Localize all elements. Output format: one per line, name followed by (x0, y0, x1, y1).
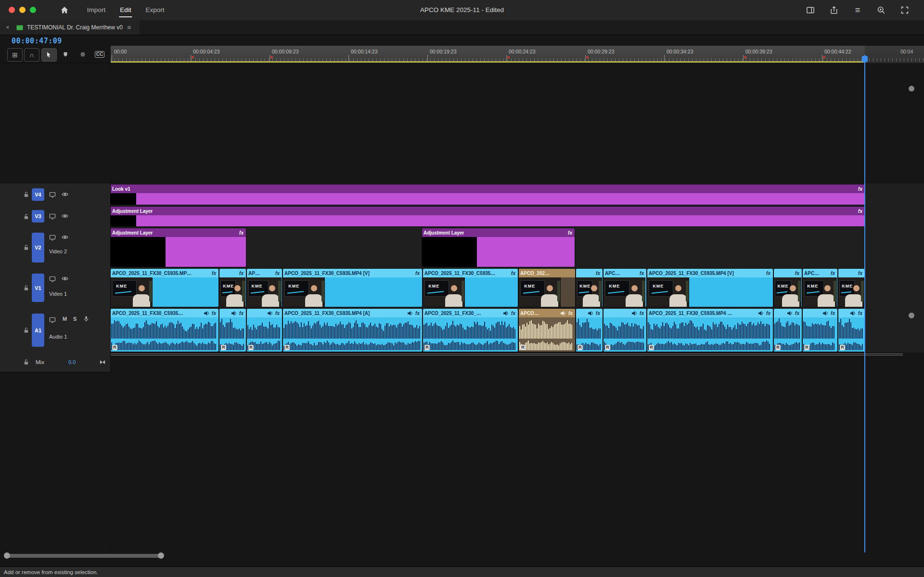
track-target-v3[interactable]: V3 (32, 210, 44, 223)
fx-badge[interactable]: fx (275, 311, 280, 316)
toggle-track-output-icon[interactable] (62, 213, 68, 220)
timeline-clip-adjustment-layer[interactable]: Adjustment Layerfx (111, 228, 246, 267)
track-target-v4[interactable]: V4 (32, 188, 44, 201)
fx-badge[interactable]: fx (568, 230, 573, 236)
fx-badge[interactable]: fx (511, 271, 516, 276)
mix-volume-value[interactable]: 0.0 (68, 353, 76, 372)
timeline-clip-adjustment-layer[interactable]: Adjustment Layerfx (111, 207, 865, 226)
source-monitor-icon[interactable] (49, 234, 56, 241)
sequence-marker[interactable] (270, 56, 273, 58)
workspace-panel-icon[interactable] (805, 5, 816, 15)
track-target-a1[interactable]: A1 (32, 314, 44, 347)
fx-badge[interactable]: fx (831, 311, 835, 316)
timeline-clip-adjustment-layer[interactable]: Adjustment Layerfx (422, 228, 575, 267)
window-close-button[interactable] (9, 7, 15, 13)
timeline-clip-adjustment-layer[interactable]: Look v1fx (111, 184, 865, 205)
fx-badge[interactable]: fx (858, 209, 863, 214)
fx-badge[interactable]: fx (239, 230, 244, 236)
close-icon[interactable]: × (6, 20, 10, 35)
fx-badge[interactable]: fx (858, 311, 862, 316)
sequence-marker[interactable] (192, 56, 194, 58)
fx-badge[interactable]: fx (511, 311, 515, 316)
lock-icon[interactable] (23, 244, 29, 251)
sequence-marker[interactable] (744, 56, 746, 58)
timeline-clip-audio[interactable]: APCO_2025_11_FX30_C5935…fxR (111, 309, 218, 352)
captions-button[interactable]: CC (92, 48, 107, 61)
timeline-clip-audio[interactable]: fxR (838, 309, 865, 352)
fx-badge[interactable]: fx (831, 271, 836, 276)
source-monitor-icon[interactable] (49, 213, 56, 220)
timeline-clip-audio[interactable]: fxR (774, 309, 802, 352)
sequence-tab[interactable]: × TESTIMONIAL Dr. Craig Merrihew v0 ≡ (0, 20, 140, 35)
timeline-clip-video[interactable]: APCO_2025_11_FX30_C5935…fxKME (423, 269, 518, 307)
timeline-clip-audio[interactable]: fxR (603, 309, 646, 352)
fx-badge[interactable]: fx (212, 311, 216, 316)
track-target-v1[interactable]: V1 (32, 274, 44, 302)
zoom-handle-right[interactable] (158, 552, 164, 559)
timeline-ruler[interactable]: 00:04 00:0000:00:04:2300:00:09:2300:00:1… (111, 46, 924, 63)
playhead-handle[interactable] (862, 56, 868, 62)
timeline-clip-audio[interactable]: APCO_2025_11_FX30_C5935.MP4 [A]fxR (283, 309, 422, 352)
menu-icon[interactable]: ≡ (852, 5, 863, 15)
track-name[interactable]: Audio 1 (49, 334, 67, 340)
window-minimize-button[interactable] (19, 7, 26, 13)
timeline-clip-video[interactable]: APCO_2025_11_FX30_C5935.MP4 [V]fxKME (283, 269, 422, 307)
lock-icon[interactable] (23, 191, 29, 198)
timeline-display-settings-button[interactable] (76, 48, 90, 61)
panel-menu-icon[interactable]: ≡ (127, 20, 131, 35)
timeline-clip-audio[interactable]: fxR (219, 309, 246, 352)
fx-badge[interactable]: fx (858, 271, 863, 276)
linked-selection-toggle[interactable] (41, 48, 57, 62)
vertical-scrollbar-handle[interactable] (909, 313, 914, 318)
source-monitor-icon[interactable] (49, 275, 56, 282)
share-icon[interactable] (829, 5, 839, 15)
fx-badge[interactable]: fx (239, 271, 244, 276)
timeline-clip-video[interactable]: APCO_202…KME (519, 269, 575, 307)
timeline-clip-video[interactable]: APC…fxKME (803, 269, 837, 307)
fx-badge[interactable]: fx (415, 311, 420, 316)
sequence-tab-label[interactable]: TESTIMONIAL Dr. Craig Merrihew v0 (27, 20, 123, 35)
timeline-clip-audio[interactable]: APCO…fxR (519, 309, 575, 352)
sequence-marker[interactable] (586, 56, 589, 58)
fx-badge[interactable]: fx (640, 311, 644, 316)
snap-toggle[interactable]: ∩ (24, 48, 39, 62)
fx-badge[interactable]: fx (212, 271, 217, 276)
timeline-clip-audio[interactable]: fxR (247, 309, 282, 352)
timeline-clip-audio[interactable]: fxR (803, 309, 837, 352)
sequence-marker[interactable] (823, 56, 825, 58)
fx-badge[interactable]: fx (640, 271, 645, 276)
source-monitor-icon[interactable] (49, 316, 56, 323)
toggle-track-output-icon[interactable] (62, 275, 68, 282)
timeline-clip-video[interactable]: APCO_2025_11_FX30_C5935.MP4 [V]fxKME (647, 269, 773, 307)
timeline-clip-video[interactable]: APC…fxKME (603, 269, 646, 307)
track-target-v2[interactable]: V2 (32, 233, 44, 262)
home-icon[interactable] (60, 6, 69, 14)
playhead-timecode[interactable]: 00:00:47:09 (12, 37, 62, 45)
fx-badge[interactable]: fx (795, 271, 800, 276)
mute-toggle[interactable]: M (63, 316, 67, 322)
timeline-clip-video[interactable]: fxKME (576, 269, 603, 307)
fx-badge[interactable]: fx (415, 271, 421, 276)
playhead-line[interactable] (864, 55, 865, 552)
lock-icon[interactable] (23, 285, 29, 291)
fx-badge[interactable]: fx (596, 271, 601, 276)
timeline-clip-audio[interactable]: APCO_2025_11_FX30_…fxR (423, 309, 518, 352)
fx-badge[interactable]: fx (766, 271, 771, 276)
fader-icon[interactable] (99, 359, 106, 366)
timeline-clip-video[interactable]: fxKME (219, 269, 246, 307)
solo-toggle[interactable]: S (73, 316, 77, 322)
toggle-track-output-icon[interactable] (62, 191, 68, 198)
fx-badge[interactable]: fx (596, 311, 600, 316)
search-icon[interactable] (876, 5, 886, 15)
vertical-scrollbar-handle[interactable] (909, 86, 914, 92)
track-name[interactable]: Video 1 (49, 291, 67, 297)
timeline-clip-video[interactable]: APCO_2025_11_FX30_C5935.MP…fxKME (111, 269, 218, 307)
lock-icon[interactable] (23, 327, 29, 334)
timeline-clip-video[interactable]: fxKME (838, 269, 865, 307)
voiceover-mic-icon[interactable] (83, 315, 90, 322)
fx-badge[interactable]: fx (858, 186, 863, 192)
timeline-clip-video[interactable]: fxKME (774, 269, 802, 307)
tab-edit[interactable]: Edit (117, 0, 134, 20)
horizontal-scrollbar[interactable] (7, 554, 161, 558)
timeline-clip-audio[interactable]: APCO_2025_11_FX30_C5935.MP4 …fxR (647, 309, 773, 352)
